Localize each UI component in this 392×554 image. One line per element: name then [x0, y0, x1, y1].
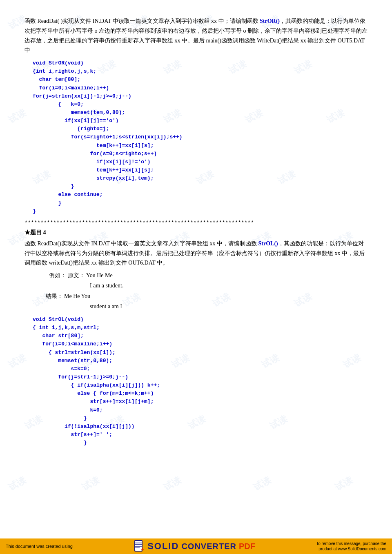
- example-result-line2: student a am I: [90, 303, 122, 309]
- code-block-2: void StrOL(void) { int i,j,k,s,m,strl; c…: [33, 316, 368, 447]
- watermark: 试读: [161, 474, 183, 494]
- solid-logo: SOLID: [147, 541, 179, 552]
- code-line: { strl=strlen(xx[i]);: [33, 349, 368, 357]
- code-line: }: [33, 414, 368, 423]
- code-line: for(i=0;i<maxline;i++): [33, 84, 368, 92]
- example-result-line1: Me He You: [64, 293, 90, 299]
- code-line: str[s++]=' ';: [33, 431, 368, 439]
- strol-highlight: StrOL(): [258, 240, 278, 247]
- bottom-bar-center: SOLID CONVERTER PDF: [134, 540, 255, 553]
- code-line: { if(isalpha(xx[i][j])) k++;: [33, 381, 368, 389]
- code-line: else { for(m=1;m<=k;m++): [33, 389, 368, 398]
- intro-paragraph-2: 函数 ReadDat()实现从文件 IN.DAT 中读取一篇英文文章存入到字符串…: [24, 239, 368, 268]
- code-block-1: void StrOR(void) {int i,righto,j,s,k; ch…: [33, 59, 368, 216]
- code-line: k=0;: [33, 406, 368, 414]
- code-line: void StrOL(void): [33, 316, 368, 324]
- code-line: tem[k++]=xx[i][s];: [33, 166, 368, 174]
- section-4-header: ★题目 4: [24, 229, 368, 236]
- code-line: {righto=j;: [33, 125, 368, 133]
- example-original-label: 原文：: [68, 272, 85, 278]
- code-line: strcpy(xx[i],tem);: [33, 174, 368, 182]
- code-line: str[s++]=xx[i][j+m];: [33, 398, 368, 406]
- watermark: 试读: [251, 474, 273, 494]
- svg-rect-1: [135, 541, 142, 551]
- code-line: { k=0;: [33, 100, 368, 109]
- intro-paragraph-1: 函数 ReadDat( )实现从文件 IN.DAT 中读取一篇英文文章存入到字符…: [24, 16, 368, 55]
- code-line: }: [33, 199, 368, 207]
- code-line: for(j=strlen(xx[i])-1;j>=0;j--): [33, 92, 368, 100]
- watermark: 试读: [6, 474, 28, 494]
- pdf-text: PDF: [239, 542, 255, 551]
- bottom-bar-left-text: This document was created using: [6, 544, 73, 549]
- code-line: for(s=righto+1;s<strlen(xx[i]);s++): [33, 133, 368, 141]
- example-original-line1: You He Me: [86, 272, 113, 278]
- code-line: }: [33, 439, 368, 447]
- code-line: void StrOR(void): [33, 59, 368, 67]
- code-line: {int i,righto,j,s,k;: [33, 67, 368, 76]
- code-line: char str[80];: [33, 332, 368, 340]
- code-line: }: [33, 182, 368, 191]
- example-original-line2: I am a student.: [90, 283, 123, 289]
- code-line: memset(tem,0,80);: [33, 109, 368, 117]
- example-result-label: 结果：: [46, 293, 63, 299]
- watermark: 试读: [80, 474, 101, 494]
- code-line: s=k=0;: [33, 365, 368, 373]
- code-line: if(xx[i][j]=='o'): [33, 117, 368, 125]
- code-line: }: [33, 207, 368, 216]
- code-line: char tem[80];: [33, 76, 368, 84]
- code-line: if(!isalpha(xx[i][j])): [33, 423, 368, 431]
- separator-line: ****************************************…: [24, 220, 368, 226]
- converter-text: CONVERTER: [181, 542, 236, 551]
- code-line: memset(str,0,80);: [33, 357, 368, 365]
- code-line: { int i,j,k,s,m,strl;: [33, 324, 368, 332]
- bottom-bar-right-text: To remove this message, purchase theprod…: [316, 541, 386, 552]
- book-icon: [134, 540, 145, 553]
- code-line: else continue;: [33, 191, 368, 199]
- bottom-bar: This document was created using SOLID CO…: [0, 538, 392, 554]
- code-line: for(i=0;i<maxline;i++): [33, 340, 368, 348]
- watermark: 试读: [333, 474, 354, 494]
- example-label: 例如：: [49, 272, 66, 278]
- example-result-label-prefix: [33, 293, 44, 299]
- stror-highlight: StrOR(): [260, 18, 280, 24]
- code-line: tem[k++]=xx[i][s];: [33, 142, 368, 150]
- code-line: if(xx[i][s]!='o'): [33, 158, 368, 166]
- code-line: for(j=strl-1;j>=0;j--): [33, 373, 368, 381]
- content-area: 函数 ReadDat( )实现从文件 IN.DAT 中读取一篇英文文章存入到字符…: [0, 0, 392, 447]
- example-section: 例如： 原文： You He Me I am a student. 结果： Me…: [49, 270, 368, 311]
- code-line: for(s=0;s<righto;s++): [33, 150, 368, 158]
